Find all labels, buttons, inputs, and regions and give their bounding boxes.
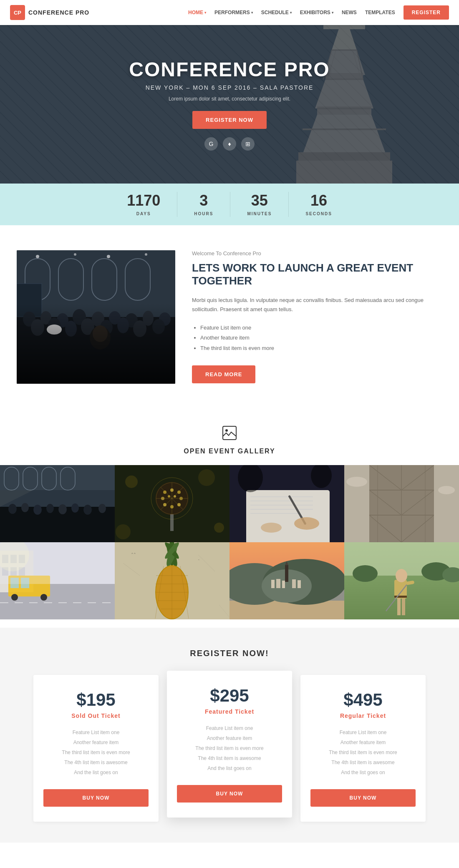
- price-2: $295: [177, 686, 282, 706]
- nav-exhibitors[interactable]: EXHIBITORS ▾: [300, 10, 333, 15]
- svg-point-83: [177, 503, 181, 506]
- google-icon[interactable]: G: [204, 137, 218, 151]
- svg-rect-163: [285, 565, 288, 582]
- pricing-card-3: $495 Regular Ticket Feature List item on…: [300, 675, 426, 822]
- nav-templates[interactable]: TEMPLATES: [365, 10, 395, 15]
- countdown-seconds: 16 SECONDS: [289, 192, 348, 217]
- hero-social-icons: G ♦ ⊞: [129, 137, 330, 151]
- svg-point-64: [98, 504, 106, 513]
- nav-news[interactable]: NEWS: [342, 10, 357, 15]
- svg-rect-92: [250, 501, 313, 501]
- svg-rect-93: [250, 505, 313, 506]
- plan-features-1: Feature List item one Another feature it…: [43, 727, 149, 777]
- nav-home[interactable]: HOME ▾: [188, 10, 206, 15]
- svg-rect-169: [298, 580, 301, 588]
- about-image-overlay: [17, 304, 175, 384]
- plan-name-3: Regular Ticket: [310, 712, 416, 719]
- gallery-title: OPEN EVENT GALLERY: [0, 448, 459, 455]
- svg-point-82: [170, 505, 174, 508]
- nav-performers[interactable]: PERFORMERS ▾: [214, 10, 253, 15]
- chevron-down-icon: ▾: [332, 11, 333, 15]
- gallery-item[interactable]: ^ ^ ^: [115, 542, 230, 619]
- gallery-section: OPEN EVENT GALLERY: [0, 409, 459, 619]
- svg-rect-114: [344, 465, 369, 542]
- svg-point-79: [174, 495, 176, 498]
- plan-name-1: Sold Out Ticket: [43, 712, 149, 719]
- navbar-nav: HOME ▾ PERFORMERS ▾ SCHEDULE ▾ EXHIBITOR…: [188, 5, 449, 20]
- nav-register-button[interactable]: REGISTER: [404, 5, 449, 20]
- about-heading: LETS WORK TO LAUNCH A GREAT EVENT TOGETH…: [192, 262, 442, 287]
- svg-point-80: [179, 497, 183, 500]
- svg-point-63: [83, 505, 92, 515]
- svg-rect-51: [0, 465, 115, 490]
- about-text: Welcome To Conference Pro LETS WORK TO L…: [175, 250, 442, 383]
- svg-rect-7: [298, 152, 390, 161]
- price-1: $195: [43, 690, 149, 710]
- hero-title: CONFERENCE PRO: [129, 58, 330, 81]
- about-features-list: Feature List item one Another feature it…: [192, 323, 442, 354]
- svg-rect-115: [434, 465, 459, 542]
- gallery-item[interactable]: [230, 465, 344, 542]
- svg-point-86: [198, 469, 215, 486]
- buy-now-button-1[interactable]: BUY NOW: [43, 789, 149, 807]
- svg-point-25: [145, 253, 147, 256]
- svg-text:^ ^: ^ ^: [131, 552, 136, 556]
- about-image: [17, 250, 175, 384]
- brand-name: CONFERENCE PRO: [28, 9, 89, 16]
- list-item: Feature List item one: [200, 323, 442, 333]
- svg-point-81: [163, 503, 166, 506]
- price-3: $495: [310, 690, 416, 710]
- svg-rect-165: [271, 580, 275, 588]
- svg-rect-56: [0, 507, 115, 542]
- register-section: REGISTER NOW! $195 Sold Out Ticket Featu…: [0, 628, 459, 843]
- hero-subtitle: NEW YORK – MON 6 SEP 2016 – SALA PASTORE: [129, 84, 330, 91]
- nav-schedule[interactable]: SCHEDULE ▾: [261, 10, 292, 15]
- svg-point-75: [170, 488, 174, 492]
- buy-now-button-2[interactable]: BUY NOW: [177, 785, 282, 803]
- chevron-down-icon: ▾: [290, 11, 292, 15]
- brand: CP CONFERENCE PRO: [10, 5, 89, 20]
- hero-description: Lorem ipsum dolor sit amet, consectetur …: [129, 96, 330, 102]
- svg-point-49: [225, 429, 228, 432]
- svg-rect-90: [246, 490, 330, 542]
- svg-point-130: [11, 594, 18, 601]
- list-item: The third list item is even more: [200, 343, 442, 354]
- apple-icon[interactable]: ♦: [223, 137, 236, 151]
- svg-point-61: [58, 504, 67, 514]
- gallery-item[interactable]: [344, 465, 459, 542]
- about-tagline: Welcome To Conference Pro: [192, 250, 442, 257]
- pricing-card-1: $195 Sold Out Ticket Feature List item o…: [33, 675, 159, 822]
- read-more-button[interactable]: READ MORE: [192, 365, 255, 383]
- svg-point-116: [346, 477, 367, 487]
- svg-point-87: [214, 523, 224, 533]
- gallery-item[interactable]: [344, 542, 459, 619]
- hero-register-button[interactable]: REGISTER NOW: [192, 111, 267, 129]
- hero-section: CONFERENCE PRO NEW YORK – MON 6 SEP 2016…: [0, 25, 459, 184]
- register-title: REGISTER NOW!: [17, 649, 442, 658]
- svg-point-58: [21, 503, 29, 512]
- hero-content: CONFERENCE PRO NEW YORK – MON 6 SEP 2016…: [129, 58, 330, 151]
- gallery-item[interactable]: [230, 542, 344, 619]
- countdown-minutes: 35 MINUTES: [230, 192, 289, 217]
- windows-icon[interactable]: ⊞: [241, 137, 255, 151]
- buy-now-button-3[interactable]: BUY NOW: [310, 789, 416, 807]
- svg-rect-95: [250, 513, 300, 514]
- svg-rect-3: [325, 73, 363, 79]
- about-body: Morbi quis lectus ligula. In vulputate n…: [192, 296, 442, 314]
- svg-point-131: [40, 594, 47, 601]
- chevron-down-icon: ▾: [204, 11, 206, 15]
- svg-point-74: [163, 491, 166, 494]
- svg-point-98: [261, 523, 282, 533]
- brand-logo: CP: [10, 5, 25, 20]
- svg-point-117: [438, 486, 455, 494]
- svg-rect-91: [250, 496, 313, 497]
- gallery-item[interactable]: [115, 465, 230, 542]
- countdown-hours: 3 HOURS: [177, 192, 230, 217]
- chevron-down-icon: ▾: [251, 11, 253, 15]
- gallery-item[interactable]: [0, 465, 115, 542]
- plan-features-2: Feature List item one Another feature it…: [177, 723, 282, 773]
- svg-rect-177: [402, 596, 405, 615]
- svg-rect-167: [282, 581, 285, 588]
- svg-point-77: [161, 497, 164, 500]
- gallery-item[interactable]: [0, 542, 115, 619]
